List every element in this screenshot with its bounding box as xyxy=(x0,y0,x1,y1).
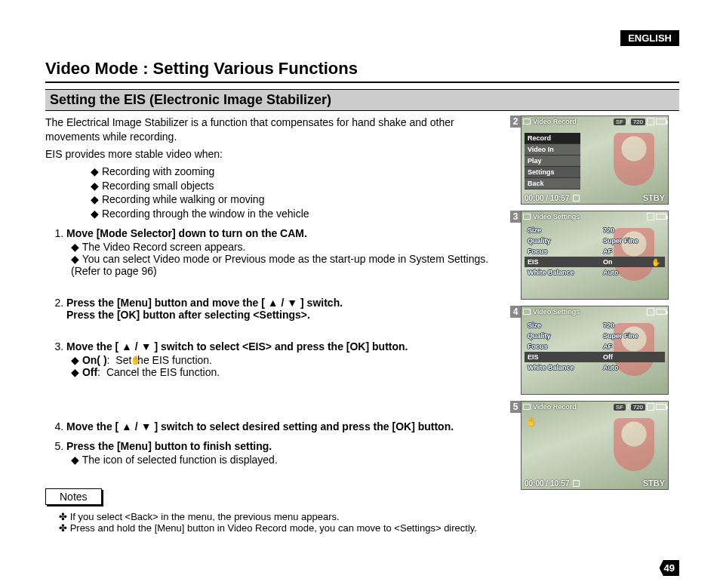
hand-icon: ✋ xyxy=(526,417,537,427)
menu-item-record[interactable]: Record xyxy=(525,133,580,144)
setting-row-eis[interactable]: EISOff xyxy=(525,352,665,362)
card-icon xyxy=(647,308,654,316)
step-1: Move [Mode Selector] down to turn on the… xyxy=(66,227,510,277)
battery-icon xyxy=(656,404,666,410)
step-sub: You can select Video mode or Previous mo… xyxy=(71,253,510,277)
screenshot-step-2: 2 Video Record SF / 720 xyxy=(521,115,679,205)
battery-icon xyxy=(656,214,666,220)
step-sub: The icon of selected function is display… xyxy=(71,454,510,466)
res-badge: 720 xyxy=(631,404,645,411)
res-badge: 720 xyxy=(631,119,645,125)
timecode: 00:00 / 10:57 xyxy=(525,479,570,488)
menu-item-settings[interactable]: Settings xyxy=(525,167,580,178)
step-number-badge: 3 xyxy=(510,211,521,223)
section-subtitle: Setting the EIS (Electronic Image Stabil… xyxy=(45,89,679,111)
battery-icon xyxy=(656,119,666,125)
step-2: Press the [Menu] button and move the [ ▲… xyxy=(66,297,510,321)
intro-line-1: The Electrical Image Stabilizer is a fun… xyxy=(45,115,510,144)
menu-item-video-in[interactable]: Video In xyxy=(525,144,580,155)
steps-list: Move [Mode Selector] down to turn on the… xyxy=(66,227,510,466)
screenshot-step-5: 5 Video Record SF / 720 ✋ xyxy=(521,401,679,490)
step-sub: The Video Record screen appears. xyxy=(71,241,510,253)
camera-icon xyxy=(523,404,531,410)
page-title: Video Mode : Setting Various Functions xyxy=(45,59,679,83)
setting-row-size[interactable]: Size720 xyxy=(525,225,665,236)
settings-panel: Size720 QualitySuper Fine FocusAF EISOff… xyxy=(525,320,665,373)
settings-panel: Size720 QualitySuper Fine FocusAF EISOn✋… xyxy=(525,225,665,278)
setting-row-quality[interactable]: QualitySuper Fine xyxy=(525,236,665,246)
intro-bullets: Recording with zooming Recording small o… xyxy=(91,165,510,222)
setting-row-wb[interactable]: White BalanceAuto xyxy=(525,267,665,278)
camera-icon xyxy=(523,309,531,315)
notes-label-box: Notes xyxy=(45,488,102,505)
step-head: Press the [Menu] button and move the [ ▲… xyxy=(66,297,343,309)
screen-mode: Video Settings xyxy=(533,213,580,220)
intro-bullet: Recording small objects xyxy=(91,179,510,193)
note-item: Press and hold the [Menu] button in Vide… xyxy=(59,522,510,534)
page-number: 49 xyxy=(660,560,679,576)
intro-bullet: Recording through the window in the vehi… xyxy=(91,207,510,221)
colon: : xyxy=(107,354,110,366)
setting-row-size[interactable]: Size720 xyxy=(525,320,665,331)
setting-row-eis[interactable]: EISOn✋ xyxy=(525,257,665,267)
step-head: Press the [Menu] button to finish settin… xyxy=(66,440,272,452)
camera-icon xyxy=(523,214,531,220)
hand-icon: ✋ xyxy=(651,258,660,266)
hand-icon: ✋ xyxy=(131,356,141,365)
intro-line-2: EIS provides more stable video when: xyxy=(45,147,510,162)
step-number-badge: 2 xyxy=(510,115,521,128)
stop-icon xyxy=(573,480,580,487)
screenshot-step-3: 3 Video Settings Size720 QualitySuper Fi… xyxy=(521,211,679,300)
language-tag: ENGLISH xyxy=(620,30,679,46)
setting-row-focus[interactable]: FocusAF xyxy=(525,341,665,352)
step-option: Off: Cancel the EIS function. xyxy=(71,366,510,378)
camera-icon xyxy=(523,119,531,125)
step-number-badge: 5 xyxy=(510,401,521,413)
opt-label: Off xyxy=(82,366,97,378)
card-icon xyxy=(647,403,654,411)
screen-mode: Video Settings xyxy=(533,308,580,316)
setting-row-wb[interactable]: White BalanceAuto xyxy=(525,362,665,373)
screenshot-step-4: 4 Video Settings Size720 QualitySuper Fi… xyxy=(521,306,679,395)
timecode: 00:00 / 10:57 xyxy=(525,194,570,202)
badge-sep: / xyxy=(627,118,629,125)
quality-badge: SF xyxy=(614,404,626,411)
opt-label: On( ) xyxy=(82,354,107,366)
step-head: Move the [ ▲ / ▼ ] switch to select desi… xyxy=(66,420,454,433)
step-option: On( ): Set the EIS function. ✋ xyxy=(71,354,510,366)
step-head: Move the [ ▲ / ▼ ] switch to select <EIS… xyxy=(66,340,408,352)
menu-panel: Record Video In Play Settings Back xyxy=(525,133,580,189)
setting-row-quality[interactable]: QualitySuper Fine xyxy=(525,331,665,341)
card-icon xyxy=(647,213,654,220)
menu-item-play[interactable]: Play xyxy=(525,155,580,167)
battery-icon xyxy=(656,309,666,315)
card-icon xyxy=(647,118,654,125)
note-item: If you select <Back> in the menu, the pr… xyxy=(59,511,510,522)
badge-sep: / xyxy=(627,403,629,411)
intro-bullet: Recording while walking or moving xyxy=(91,192,510,207)
step-5: Press the [Menu] button to finish settin… xyxy=(66,440,510,466)
step-3: Move the [ ▲ / ▼ ] switch to select <EIS… xyxy=(66,340,510,378)
notes-list: If you select <Back> in the menu, the pr… xyxy=(45,511,510,534)
menu-item-back[interactable]: Back xyxy=(525,178,580,189)
stby-label: STBY xyxy=(643,193,665,202)
stby-label: STBY xyxy=(643,479,665,488)
stop-icon xyxy=(573,195,580,202)
screen-mode: Video Record xyxy=(533,118,577,125)
opt-desc: Cancel the EIS function. xyxy=(106,366,220,378)
quality-badge: SF xyxy=(614,119,626,125)
intro-bullet: Recording with zooming xyxy=(91,165,510,179)
setting-row-focus[interactable]: FocusAF xyxy=(525,246,665,257)
colon: : xyxy=(97,366,100,378)
step-head-line2: Press the [OK] button after selecting <S… xyxy=(66,309,310,321)
step-number-badge: 4 xyxy=(510,306,521,318)
screen-mode: Video Record xyxy=(533,403,577,411)
step-head: Move [Mode Selector] down to turn on the… xyxy=(66,227,307,239)
step-4: Move the [ ▲ / ▼ ] switch to select desi… xyxy=(66,420,510,433)
